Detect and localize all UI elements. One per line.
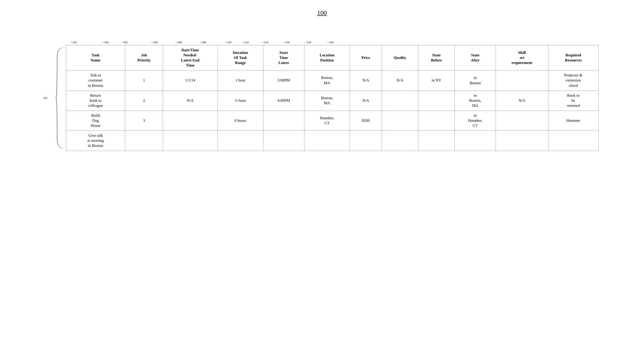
cell-required-resources: Book tobereturned [548, 90, 598, 110]
header-row: TaskName JobPriority Date/TimeNeeded-Lat… [66, 45, 598, 70]
cell-location: Boston,MA [304, 90, 350, 110]
cell-state-before [418, 90, 454, 110]
anno-116: ⌐116 [284, 40, 290, 44]
anno-103: ⌐103 [103, 40, 109, 44]
table-with-bracket: 101 TaskName JobPriority Date/TimeNeeded… [46, 45, 598, 151]
anno-110: ⌐110 [225, 40, 231, 44]
cell-datetime [163, 110, 218, 130]
header-job-priority: JobPriority [125, 45, 163, 70]
cell-quality [382, 110, 418, 130]
cell-task-name: Give talkat meetingin Boston [66, 131, 125, 151]
cell-skill-set [496, 110, 548, 130]
anno-108: ⌐108 [200, 40, 206, 44]
cell-state-after: inBoston [454, 70, 496, 90]
cell-job-priority: 1 [125, 70, 163, 90]
cell-skill-set: N/A [496, 90, 548, 110]
anno-101: ⌐101 [71, 40, 77, 44]
diagram-container: ⌐101 ⌐103 ⌐102 ⌐104 ⌐106 ⌐108 ⌐110 ⌐112 … [46, 30, 598, 151]
header-duration: DurationOf TaskRange [218, 45, 263, 70]
anno-120: ⌐120 [328, 40, 334, 44]
table-row: BuildDogHouse 3 6 hours Hamden,CT $200 i… [66, 110, 598, 130]
bracket-area: 101 [46, 45, 64, 151]
diagram-title: 100 [317, 9, 327, 16]
cell-start-time [263, 131, 304, 151]
anno-112: ⌐112 [243, 40, 249, 44]
cell-job-priority: 3 [125, 110, 163, 130]
cell-task-name: Talk tocustomerin Boston [66, 70, 125, 90]
cell-location: Boston,MA [304, 70, 350, 90]
header-task-name: TaskName [66, 45, 125, 70]
cell-price: N/A [350, 90, 382, 110]
cell-job-priority [125, 131, 163, 151]
cell-quality: N/A [382, 70, 418, 90]
cell-state-before [418, 110, 454, 130]
cell-state-before [418, 131, 454, 151]
main-table: TaskName JobPriority Date/TimeNeeded-Lat… [66, 45, 598, 151]
table-row: Talk tocustomerin Boston 1 1/1/14 1 hour… [66, 70, 598, 90]
anno-104: ⌐104 [152, 40, 158, 44]
anno-102: ⌐102 [122, 40, 128, 44]
cell-location: Hamden,CT [304, 110, 350, 130]
cell-start-time: 4:00PM [263, 90, 304, 110]
cell-price [350, 131, 382, 151]
header-skill-set: Skillsetrequirement [496, 45, 548, 70]
cell-location [304, 131, 350, 151]
cell-skill-set [496, 70, 548, 90]
cell-start-time: 3:00PM [263, 70, 304, 90]
cell-task-name: BuildDogHouse [66, 110, 125, 130]
header-location: LocationPosition [304, 45, 350, 70]
cell-state-before: in NY [418, 70, 454, 90]
cell-datetime: N/A [163, 90, 218, 110]
cell-duration: 1 hour [218, 70, 263, 90]
cell-state-after: inBoston,MA [454, 90, 496, 110]
header-state-after: StateAfter [454, 45, 496, 70]
cell-duration: ½ hour [218, 90, 263, 110]
cell-skill-set [496, 131, 548, 151]
bracket-svg [55, 45, 64, 151]
anno-118: ⌐118 [305, 40, 311, 44]
cell-datetime [163, 131, 218, 151]
header-required-resources: RequiredResources [548, 45, 598, 70]
header-datetime: Date/TimeNeeded-Latest EndTime [163, 45, 218, 70]
cell-duration [218, 131, 263, 151]
anno-106: ⌐106 [176, 40, 182, 44]
bracket-label: 101 [43, 96, 48, 100]
header-quality: Quality [382, 45, 418, 70]
cell-job-priority: 2 [125, 90, 163, 110]
cell-required-resources: Hammer [548, 110, 598, 130]
cell-required-resources: Projector &extensionchord [548, 70, 598, 90]
table-row: Returnbook tocolleague 2 N/A ½ hour 4:00… [66, 90, 598, 110]
table-row: Give talkat meetingin Boston [66, 131, 598, 151]
cell-datetime: 1/1/14 [163, 70, 218, 90]
cell-task-name: Returnbook tocolleague [66, 90, 125, 110]
cell-state-after [454, 131, 496, 151]
header-state-before: StateBefore [418, 45, 454, 70]
cell-duration: 6 hours [218, 110, 263, 130]
cell-start-time [263, 110, 304, 130]
cell-state-after: inHamden,CT [454, 110, 496, 130]
cell-required-resources [548, 131, 598, 151]
cell-quality [382, 90, 418, 110]
anno-114: ⌐114 [262, 40, 268, 44]
header-price: Price [350, 45, 382, 70]
cell-price: $200 [350, 110, 382, 130]
header-start-time: StartTimeLatest [263, 45, 304, 70]
cell-price: N/A [350, 70, 382, 90]
cell-quality [382, 131, 418, 151]
